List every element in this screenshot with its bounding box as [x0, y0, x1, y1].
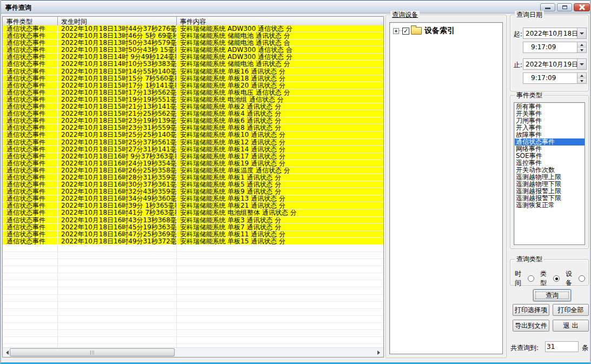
- event-type-item[interactable]: 遥测越物理上限: [515, 174, 585, 181]
- radio-option-时间[interactable]: 时间: [515, 269, 534, 288]
- header-event-type[interactable]: 事件类型: [3, 17, 58, 25]
- print-all-button[interactable]: 打印全部: [553, 304, 589, 316]
- titlebar[interactable]: 事件查询: [1, 0, 590, 14]
- table-row[interactable]: 通信状态事件2022年10月18日15时21分25秒562毫秒安科瑞储能系统 单…: [3, 110, 383, 117]
- event-type-item[interactable]: 所有事件: [515, 103, 585, 110]
- cell-event-time: 2022年10月18日13时44分37秒276毫秒: [58, 25, 177, 32]
- exit-button[interactable]: 退 出: [553, 320, 589, 332]
- table-row[interactable]: 通信状态事件2022年10月18日15时21分13秒141毫秒安科瑞储能系统 单…: [3, 103, 383, 110]
- cell-event-content: 安科瑞储能系统 单板21 通讯状态 分: [177, 202, 383, 209]
- cell-event-type: 通信状态事件: [3, 68, 58, 75]
- cell-event-content: 安科瑞储能系统 单板6 通讯状态 分: [177, 117, 383, 124]
- radio-option-设备[interactable]: 设备: [566, 269, 585, 288]
- from-date-dropdown-button[interactable]: [577, 28, 586, 38]
- table-row[interactable]: 通信状态事件2022年10月18日14时 9分49秒124毫秒安科瑞储能系统 A…: [3, 54, 383, 61]
- cell-event-type: 通信状态事件: [3, 124, 58, 131]
- radio-circle-icon[interactable]: [579, 275, 585, 282]
- query-button[interactable]: 查询: [533, 289, 571, 301]
- scrollbar-thumb[interactable]: [10, 348, 175, 356]
- to-label: 止:: [514, 61, 522, 70]
- from-time-up-button[interactable]: [577, 42, 586, 48]
- maximize-button[interactable]: [557, 3, 572, 11]
- radio-circle-icon[interactable]: [528, 275, 534, 282]
- event-type-item[interactable]: 遥测越报警下限: [515, 195, 585, 202]
- table-row[interactable]: 通信状态事件2022年10月18日13时50分43秒 15毫秒安科瑞储能系统 A…: [3, 47, 383, 54]
- cell-event-content: 安科瑞储能系统 单板20 通讯状态 分: [177, 82, 383, 89]
- cell-event-time: 2022年10月18日15时25分25秒140毫秒: [58, 131, 177, 138]
- to-time-field[interactable]: 9:17:09: [523, 72, 587, 84]
- scroll-right-arrow-icon[interactable]: [374, 348, 383, 357]
- event-type-item[interactable]: 遥控事件: [515, 160, 585, 167]
- horizontal-scrollbar[interactable]: [3, 347, 383, 357]
- cell-event-type: 通信状态事件: [3, 202, 58, 209]
- table-row[interactable]: 通信状态事件2022年10月18日15时27分31秒141毫秒安科瑞储能系统 单…: [3, 146, 383, 153]
- table-row[interactable]: 通信状态事件2022年10月18日15时23分31秒559毫秒安科瑞储能系统 单…: [3, 124, 383, 131]
- table-row[interactable]: 通信状态事件2022年10月18日15时14分55秒140毫秒安科瑞储能系统 单…: [3, 68, 383, 75]
- to-date-value: 2022年10月19日: [523, 59, 577, 69]
- table-row[interactable]: 通信状态事件2022年10月18日16时49分31秒372毫秒安科瑞储能系统 单…: [3, 238, 383, 245]
- query-date-group: 查询日期 起: 2022年10月18日 9:17:09 止: 2022年10月1…: [510, 15, 589, 91]
- table-row[interactable]: 通信状态事件2022年10月18日15时25分37秒561毫秒安科瑞储能系统 单…: [3, 139, 383, 146]
- print-selected-button[interactable]: 打印选择项: [513, 304, 549, 316]
- header-event-content[interactable]: 事件内容: [177, 17, 383, 25]
- table-row[interactable]: 通信状态事件2022年10月18日16时45分19秒363毫秒安科瑞储能系统 单…: [3, 224, 383, 231]
- event-type-item[interactable]: 开关事件: [515, 110, 585, 117]
- event-type-item[interactable]: 网络事件: [515, 145, 585, 153]
- table-row[interactable]: 通信状态事件2022年10月18日15时17分 1秒141毫秒安科瑞储能系统 单…: [3, 82, 383, 89]
- table-row[interactable]: 通信状态事件2022年10月18日16时30分37秒361毫秒安科瑞储能系统 单…: [3, 181, 383, 188]
- to-time-down-button[interactable]: [577, 78, 586, 83]
- to-date-dropdown-button[interactable]: [577, 59, 586, 69]
- table-row[interactable]: 通信状态事件2022年10月18日16时39分 1秒365毫秒安科瑞储能系统 单…: [3, 202, 383, 209]
- table-row[interactable]: 通信状态事件2022年10月18日15时25分25秒140毫秒安科瑞储能系统 单…: [3, 131, 383, 138]
- device-index-checkbox[interactable]: ✓: [402, 28, 409, 35]
- event-type-item[interactable]: 开入事件: [515, 124, 585, 131]
- total-count-input[interactable]: [545, 341, 579, 352]
- minimize-button[interactable]: [540, 3, 555, 11]
- event-type-item[interactable]: 遥测越物理下限: [515, 181, 585, 188]
- table-row-empty: [3, 302, 383, 309]
- table-row[interactable]: 通信状态事件2022年10月18日14时10分53秒383毫秒安科瑞储能系统 储…: [3, 61, 383, 68]
- table-row[interactable]: 通信状态事件2022年10月18日16时32分43秒359毫秒安科瑞储能系统 单…: [3, 188, 383, 195]
- tree-expand-icon[interactable]: [393, 28, 399, 34]
- table-row[interactable]: 通信状态事件2022年10月18日16时28分31秒359毫秒安科瑞储能系统 单…: [3, 174, 383, 181]
- cell-event-content: 安科瑞储能系统 单板9 通讯状态 分: [177, 188, 383, 195]
- cell-event-time: 2022年10月18日16时49分31秒372毫秒: [58, 238, 177, 244]
- table-row[interactable]: 通信状态事件2022年10月18日15时19分19秒551毫秒安科瑞储能系统 电…: [3, 96, 383, 103]
- event-type-item[interactable]: 遥测恢复正常: [515, 202, 585, 209]
- radio-option-类型[interactable]: 类型: [540, 269, 560, 288]
- table-row[interactable]: 通信状态事件2022年10月18日16时26分25秒358毫秒安科瑞储能系统 单…: [3, 167, 383, 174]
- cell-event-type: 通信状态事件: [3, 195, 58, 202]
- radio-circle-icon[interactable]: [553, 275, 560, 282]
- event-type-item[interactable]: SOE事件: [515, 153, 585, 160]
- header-event-time[interactable]: 发生时间: [58, 17, 177, 25]
- table-row[interactable]: 通信状态事件2022年10月18日16时34分49秒360毫秒安科瑞储能系统 单…: [3, 195, 383, 202]
- event-type-item[interactable]: 开关动作次数: [515, 167, 585, 174]
- table-row[interactable]: 通信状态事件2022年10月18日15时15分 7秒560毫秒安科瑞储能系统 单…: [3, 75, 383, 82]
- event-type-item[interactable]: 故障事件: [515, 131, 585, 138]
- cell-event-type: 通信状态事件: [3, 231, 58, 237]
- close-button[interactable]: [574, 3, 590, 11]
- chevron-down-icon: [580, 63, 584, 65]
- table-row[interactable]: 通信状态事件2022年10月18日13时46分 5秒 69毫秒安科瑞储能系统 储…: [3, 32, 383, 39]
- table-row[interactable]: 通信状态事件2022年10月18日13时44分37秒276毫秒安科瑞储能系统 A…: [3, 25, 383, 32]
- export-to-file-button[interactable]: 导出到文件: [513, 320, 549, 332]
- table-row[interactable]: 通信状态事件2022年10月18日16时47分25秒369毫秒安科瑞储能系统 单…: [3, 231, 383, 238]
- to-date-picker[interactable]: 2022年10月19日: [523, 58, 587, 70]
- table-row[interactable]: 通信状态事件2022年10月18日15时17分13秒562毫秒安科瑞储能系统 单…: [3, 89, 383, 96]
- from-time-down-button[interactable]: [577, 48, 586, 52]
- table-row[interactable]: 通信状态事件2022年10月18日16时43分13秒368毫秒安科瑞储能系统 单…: [3, 217, 383, 224]
- cell-event-type: 通信状态事件: [3, 75, 58, 82]
- to-time-up-button[interactable]: [577, 73, 586, 78]
- from-date-picker[interactable]: 2022年10月18日: [523, 28, 587, 39]
- table-row-empty: [3, 266, 383, 273]
- event-type-item[interactable]: 刀闸事件: [515, 117, 585, 124]
- table-row[interactable]: 通信状态事件2022年10月18日16时 9分37秒363毫秒安科瑞储能系统 单…: [3, 153, 383, 160]
- table-row[interactable]: 通信状态事件2022年10月18日16时24分19秒354毫秒安科瑞储能系统 单…: [3, 160, 383, 167]
- from-time-field[interactable]: 9:17:09: [523, 42, 587, 53]
- tree-item-device-index[interactable]: ✓ 设备索引: [393, 26, 502, 36]
- table-row[interactable]: 通信状态事件2022年10月18日16时41分 7秒363毫秒安科瑞储能系统 电…: [3, 209, 383, 216]
- table-row[interactable]: 通信状态事件2022年10月18日15时23分19秒139毫秒安科瑞储能系统 单…: [3, 117, 383, 124]
- event-type-item[interactable]: 通信状态事件: [515, 138, 585, 145]
- table-row[interactable]: 通信状态事件2022年10月18日13时50分34秒579毫秒安科瑞储能系统 储…: [3, 39, 383, 47]
- event-type-item[interactable]: 遥测越报警上限: [515, 188, 585, 195]
